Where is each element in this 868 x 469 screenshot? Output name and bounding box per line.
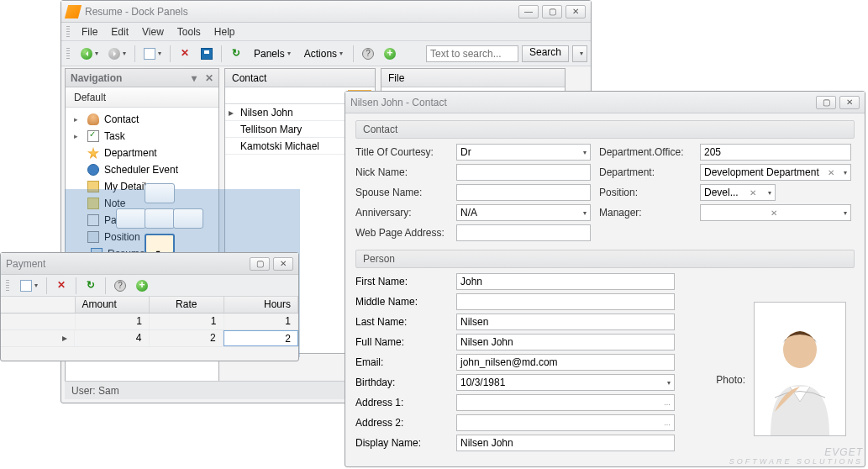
nav-item-contact[interactable]: ▸Contact bbox=[67, 111, 217, 128]
field-addr1[interactable]: … bbox=[456, 394, 675, 411]
main-toolbar: ▾ ▾ ▾ ✕ ↻ Panels▾ Actions▾ ? + Search ▾ bbox=[61, 41, 591, 66]
field-display[interactable]: Nilsen John bbox=[456, 435, 675, 451]
lbl-nick: Nick Name: bbox=[355, 166, 448, 178]
col-rate[interactable]: Rate bbox=[150, 297, 224, 313]
field-full[interactable]: Nilsen John bbox=[456, 334, 675, 350]
col-hours[interactable]: Hours bbox=[224, 297, 299, 313]
field-manager[interactable]: ✕▾ bbox=[700, 204, 851, 221]
table-row[interactable]: ▸ 422 bbox=[1, 330, 298, 347]
app-icon bbox=[65, 5, 82, 18]
nav-back-button[interactable]: ▾ bbox=[76, 45, 103, 63]
nav-item-department[interactable]: Department bbox=[67, 145, 217, 161]
field-last[interactable]: Nilsen bbox=[456, 314, 675, 330]
payment-delete-button[interactable]: ✕ bbox=[51, 277, 71, 295]
lbl-spouse: Spouse Name: bbox=[355, 187, 448, 198]
group-person: Person bbox=[355, 250, 855, 268]
minimize-button[interactable]: — bbox=[518, 5, 539, 18]
field-web[interactable] bbox=[456, 224, 591, 241]
menu-view[interactable]: View bbox=[135, 26, 171, 38]
lbl-birth: Birthday: bbox=[355, 377, 448, 388]
lbl-title-courtesy: Title Of Courtesy: bbox=[355, 146, 448, 158]
contact-col-header[interactable]: Contact bbox=[225, 69, 375, 87]
main-title: Resume - Dock Panels bbox=[85, 6, 518, 18]
payment-toolbar: ▾ ✕ ↻ ? + bbox=[1, 275, 298, 297]
panels-dropdown[interactable]: Panels▾ bbox=[248, 45, 297, 63]
field-position[interactable]: Devel...✕▾ bbox=[700, 184, 776, 201]
field-middle[interactable] bbox=[456, 293, 675, 310]
file-col-header[interactable]: File bbox=[381, 69, 565, 87]
menu-file[interactable]: File bbox=[75, 26, 104, 38]
lbl-first: First Name: bbox=[355, 276, 448, 287]
lbl-web: Web Page Address: bbox=[355, 227, 448, 239]
save-button[interactable] bbox=[197, 45, 217, 63]
table-row[interactable]: 111 bbox=[1, 314, 298, 330]
detail-title: Nilsen John - Contact bbox=[350, 97, 816, 108]
col-amount[interactable]: Amount bbox=[76, 297, 150, 313]
payment-close-button[interactable]: ✕ bbox=[273, 257, 293, 271]
field-addr2[interactable]: … bbox=[456, 414, 675, 431]
nav-item-task[interactable]: ▸Task bbox=[67, 128, 217, 145]
panel-close-icon[interactable]: ✕ bbox=[205, 72, 213, 84]
payment-help-button[interactable]: ? bbox=[110, 277, 130, 295]
nav-forward-button[interactable]: ▾ bbox=[104, 45, 130, 63]
actions-dropdown[interactable]: Actions▾ bbox=[298, 45, 349, 63]
close-button[interactable]: ✕ bbox=[566, 5, 586, 18]
payment-new-button[interactable]: ▾ bbox=[16, 277, 42, 295]
nav-item-scheduler[interactable]: Scheduler Event bbox=[67, 161, 217, 178]
search-dropdown[interactable]: ▾ bbox=[572, 45, 587, 62]
add-button[interactable]: + bbox=[380, 45, 400, 63]
lbl-dept: Department: bbox=[599, 166, 692, 178]
lbl-anniv: Anniversary: bbox=[355, 207, 448, 219]
contact-detail-window: Nilsen John - Contact ▢ ✕ Contact Title … bbox=[345, 91, 865, 467]
new-button[interactable]: ▾ bbox=[139, 45, 166, 63]
lbl-full: Full Name: bbox=[355, 336, 448, 348]
delete-button[interactable]: ✕ bbox=[175, 45, 195, 63]
field-nick[interactable] bbox=[456, 164, 591, 181]
photo-box[interactable] bbox=[754, 302, 846, 436]
group-contact: Contact bbox=[355, 120, 855, 139]
field-anniv[interactable]: N/A▾ bbox=[456, 204, 591, 221]
payment-refresh-button[interactable]: ↻ bbox=[81, 277, 101, 295]
toolbar-grip[interactable] bbox=[66, 48, 70, 60]
field-title-courtesy[interactable]: Dr▾ bbox=[456, 144, 591, 161]
pin-icon[interactable]: ▾ bbox=[192, 72, 200, 84]
lbl-email: Email: bbox=[355, 356, 448, 368]
nav-title: Navigation bbox=[71, 72, 122, 84]
field-dept[interactable]: Development Department✕▾ bbox=[700, 164, 851, 181]
field-birth[interactable]: 10/3/1981▾ bbox=[456, 374, 675, 391]
avatar-icon bbox=[758, 318, 842, 435]
lbl-manager: Manager: bbox=[599, 207, 692, 219]
lbl-middle: Middle Name: bbox=[355, 296, 448, 308]
maximize-button[interactable]: ▢ bbox=[542, 5, 562, 18]
field-spouse[interactable] bbox=[456, 184, 591, 201]
detail-close-button[interactable]: ✕ bbox=[839, 96, 860, 109]
refresh-button[interactable]: ↻ bbox=[226, 45, 246, 63]
department-icon bbox=[87, 147, 99, 159]
lbl-dept-office: Department.Office: bbox=[599, 146, 692, 158]
menubar-grip[interactable] bbox=[66, 26, 70, 38]
help-button[interactable]: ? bbox=[358, 45, 378, 63]
menu-tools[interactable]: Tools bbox=[171, 26, 208, 38]
contact-icon bbox=[87, 113, 99, 125]
search-input[interactable] bbox=[426, 45, 518, 62]
field-email[interactable]: john_nilsen@md.com bbox=[456, 354, 675, 371]
scheduler-icon bbox=[87, 164, 99, 176]
payment-add-button[interactable]: + bbox=[132, 277, 152, 295]
nav-group[interactable]: Default bbox=[66, 87, 218, 108]
task-icon bbox=[87, 130, 99, 142]
search-button[interactable]: Search bbox=[522, 45, 569, 62]
main-titlebar: Resume - Dock Panels — ▢ ✕ bbox=[61, 1, 591, 23]
lbl-last: Last Name: bbox=[355, 316, 448, 328]
payment-maximize-button[interactable]: ▢ bbox=[250, 257, 270, 271]
payment-toolbar-grip[interactable] bbox=[6, 280, 9, 292]
menu-edit[interactable]: Edit bbox=[104, 26, 135, 38]
payment-grid: Amount Rate Hours 111 ▸ 422 bbox=[1, 297, 298, 347]
lbl-addr1: Address 1: bbox=[355, 397, 448, 408]
lbl-display: Display Name: bbox=[355, 437, 448, 449]
detail-maximize-button[interactable]: ▢ bbox=[816, 96, 836, 109]
field-first[interactable]: John bbox=[456, 273, 675, 290]
svg-point-0 bbox=[783, 331, 817, 368]
field-dept-office[interactable]: 205 bbox=[700, 144, 851, 161]
menu-help[interactable]: Help bbox=[208, 26, 242, 38]
lbl-photo: Photo: bbox=[716, 374, 745, 386]
